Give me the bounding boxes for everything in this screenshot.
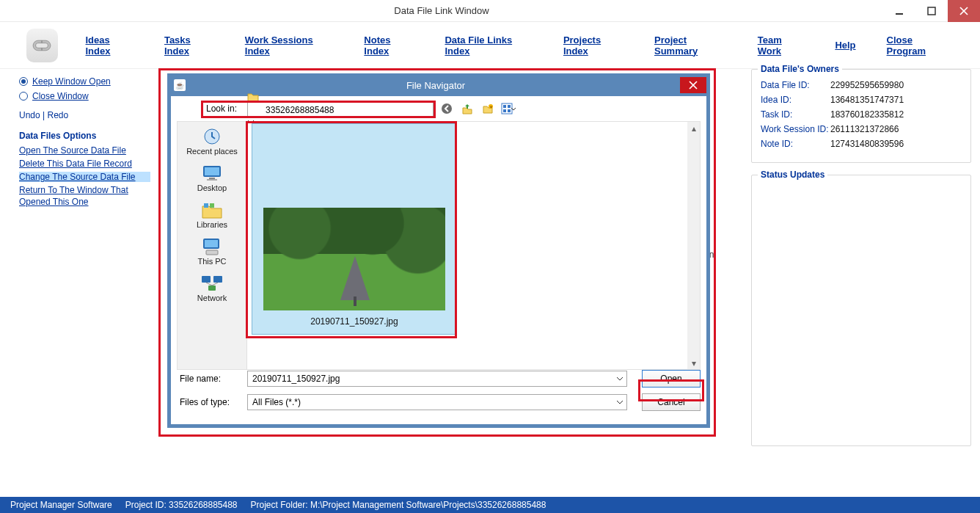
places-bar: Recent places Desktop Libraries This PC …	[177, 121, 247, 370]
network-icon	[200, 273, 224, 294]
file-list-area[interactable]: 20190711_150927.jpg ▴ ▾	[247, 121, 701, 370]
scrollbar[interactable]: ▴ ▾	[687, 122, 700, 369]
thumbnail-caption: 20190711_150927.jpg	[310, 316, 398, 327]
dialog-body: Look in: 33526268885488 ✦ Recent places	[172, 96, 705, 423]
menu-ideas-index[interactable]: Ideas Index	[86, 34, 134, 57]
place-recent-label: Recent places	[186, 147, 238, 156]
keep-window-open-option[interactable]: Keep Window Open	[19, 76, 150, 87]
radio-unchecked-icon	[19, 92, 28, 101]
libraries-icon	[200, 200, 224, 220]
svg-rect-25	[213, 276, 222, 283]
scroll-down-icon[interactable]: ▾	[687, 357, 700, 369]
left-panel: Keep Window Open Close Window Undo | Red…	[0, 69, 158, 497]
menu-tasks-index[interactable]: Tasks Index	[164, 34, 214, 57]
filetype-select[interactable]: All Files (*.*)	[247, 394, 627, 410]
place-libraries-label: Libraries	[197, 220, 227, 229]
dialog-close-button[interactable]	[680, 77, 706, 93]
svg-rect-12	[503, 109, 506, 112]
place-thispc[interactable]: This PC	[197, 236, 226, 266]
menu-data-file-links-index[interactable]: Data File Links Index	[445, 34, 532, 57]
file-thumbnail-selected[interactable]: 20190711_150927.jpg	[252, 123, 457, 335]
scroll-up-icon[interactable]: ▴	[687, 122, 700, 134]
statusbar: Project Manager Software Project ID: 335…	[0, 497, 980, 513]
place-desktop[interactable]: Desktop	[197, 163, 227, 192]
svg-rect-24	[202, 276, 211, 283]
close-button[interactable]	[948, 0, 980, 22]
window-controls	[883, 0, 980, 22]
svg-text:✦: ✦	[489, 105, 493, 109]
chevron-down-icon	[616, 399, 624, 406]
umbrella-icon	[337, 256, 373, 306]
menu-help[interactable]: Help	[835, 40, 855, 51]
close-window-option[interactable]: Close Window	[19, 91, 150, 101]
menu-team-work[interactable]: Team Work	[758, 34, 805, 57]
status-updates-groupbox: Status Updates	[751, 175, 971, 446]
svg-rect-22	[205, 240, 218, 247]
filename-label: File name:	[177, 374, 247, 384]
place-libraries[interactable]: Libraries	[197, 200, 227, 229]
app-logo-icon	[26, 29, 58, 62]
menu-project-summary[interactable]: Project Summary	[654, 34, 727, 57]
cancel-button[interactable]: Cancel	[642, 393, 701, 411]
svg-rect-29	[354, 296, 356, 306]
menubar: Ideas Index Tasks Index Work Sessions In…	[0, 22, 980, 69]
menu-notes-index[interactable]: Notes Index	[364, 34, 414, 57]
note-id-value: 127431480839596	[830, 139, 904, 149]
window-title: Data File Link Window	[0, 5, 883, 16]
chevron-down-icon	[616, 375, 624, 382]
svg-line-27	[206, 283, 212, 285]
minimize-button[interactable]	[883, 0, 915, 22]
window-titlebar: Data File Link Window	[0, 0, 980, 22]
svg-rect-23	[206, 250, 218, 255]
up-icon[interactable]	[460, 101, 475, 116]
undo-redo: Undo | Redo	[19, 110, 150, 120]
open-button[interactable]: Open	[642, 370, 701, 388]
menu-work-sessions-index[interactable]: Work Sessions Index	[245, 34, 334, 57]
owners-groupbox: Data File's Owners Data File ID:22995259…	[751, 69, 971, 163]
status-app: Project Manager Software	[10, 500, 112, 510]
place-network[interactable]: Network	[197, 273, 227, 302]
task-id-label: Task ID:	[761, 109, 830, 120]
close-window-label: Close Window	[32, 91, 89, 101]
view-menu-icon[interactable]	[501, 101, 516, 116]
dialog-title: File Navigator	[191, 80, 680, 91]
return-window-link[interactable]: Return To The Window That Opened This On…	[19, 185, 150, 208]
dialog-footer: File name: 20190711_150927.jpg Open File…	[177, 370, 701, 418]
dialog-content: Recent places Desktop Libraries This PC …	[177, 121, 701, 370]
open-source-file-link[interactable]: Open The Source Data File	[19, 145, 150, 156]
undo-link[interactable]: Undo	[19, 110, 40, 120]
recent-places-icon	[200, 126, 224, 147]
new-folder-icon[interactable]: ✦	[480, 101, 495, 116]
svg-rect-18	[207, 179, 217, 181]
svg-rect-26	[208, 285, 216, 291]
lookin-label: Look in:	[206, 103, 237, 114]
change-source-file-link[interactable]: Change The Source Data File	[19, 172, 150, 182]
redo-link[interactable]: Redo	[47, 110, 68, 120]
note-id-label: Note ID:	[761, 139, 830, 149]
filename-input[interactable]: 20190711_150927.jpg	[247, 371, 627, 387]
menu-close-program[interactable]: Close Program	[887, 34, 949, 57]
ws-id-label: Work Session ID:	[761, 124, 830, 134]
svg-rect-17	[209, 178, 215, 179]
svg-rect-11	[508, 105, 511, 108]
place-thispc-label: This PC	[197, 257, 226, 266]
desktop-icon	[200, 163, 224, 183]
task-id-value: 183760182335812	[830, 109, 904, 120]
svg-rect-16	[205, 167, 219, 175]
svg-rect-10	[503, 105, 506, 108]
place-network-label: Network	[197, 294, 227, 302]
back-icon[interactable]	[439, 101, 454, 116]
data-file-id-label: Data File ID:	[761, 80, 830, 90]
menu-projects-index[interactable]: Projects Index	[563, 34, 624, 57]
thumbnail-image	[263, 208, 445, 310]
idea-id-value: 136481351747371	[830, 95, 904, 105]
filetype-label: Files of type:	[177, 397, 247, 407]
svg-line-28	[212, 283, 218, 285]
delete-record-link[interactable]: Delete This Data File Record	[19, 159, 150, 169]
place-recent[interactable]: Recent places	[186, 126, 238, 156]
maximize-button[interactable]	[915, 0, 948, 22]
svg-rect-19	[204, 203, 208, 208]
svg-point-6	[442, 103, 452, 114]
owners-legend: Data File's Owners	[758, 64, 842, 74]
thispc-icon	[200, 236, 224, 257]
